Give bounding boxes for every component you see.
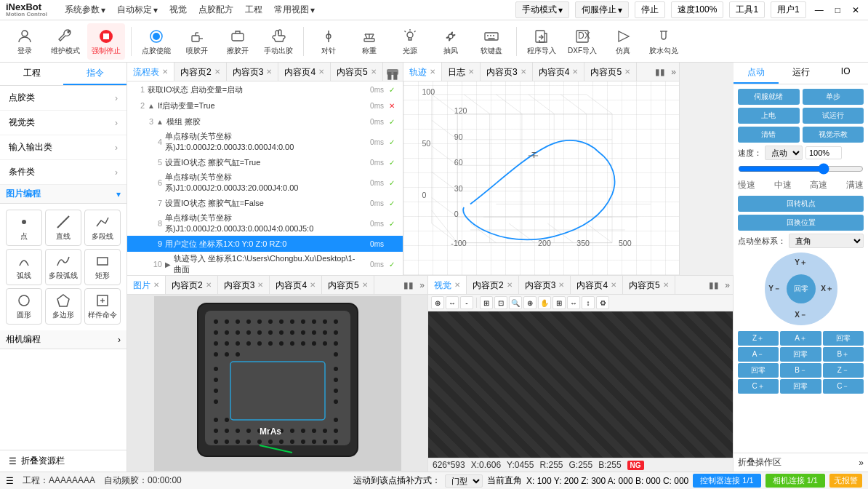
vision-btn-9[interactable]: ⊞ xyxy=(552,296,566,309)
close-icon[interactable]: ✕ xyxy=(206,276,212,295)
tool-login[interactable]: 登录 xyxy=(6,23,44,60)
vision-btn-1[interactable]: ⊕ xyxy=(431,296,444,309)
trial-run-btn[interactable]: 试运行 xyxy=(803,108,864,124)
right-tab-run[interactable]: 运行 xyxy=(779,63,824,84)
sidebar-tab-project[interactable]: 工程 xyxy=(0,63,63,85)
input-method-select[interactable]: 门型 xyxy=(445,474,483,488)
close-icon[interactable]: ✕ xyxy=(257,276,263,295)
icon-btn-sample[interactable]: 样件命令 xyxy=(84,288,121,325)
coord-system-select[interactable]: 直角 xyxy=(789,234,864,248)
close-icon[interactable]: ✕ xyxy=(572,63,578,82)
a-minus-btn[interactable]: A－ xyxy=(738,347,779,362)
sidebar-fold-btn[interactable]: ☰ 折叠资源栏 xyxy=(0,450,126,472)
servo-ready-btn[interactable]: 伺服就绪 xyxy=(738,89,800,105)
icon-btn-circle[interactable]: 圆形 xyxy=(6,288,42,325)
image-tab-main[interactable]: 图片 ✕ xyxy=(127,276,166,295)
return-home-btn[interactable]: 回转机点 xyxy=(738,196,864,212)
close-icon[interactable]: ✕ xyxy=(362,276,368,295)
vision-tab-5[interactable]: 内容页5 ✕ xyxy=(623,276,675,295)
vision-btn-12[interactable]: ⚙ xyxy=(596,296,609,309)
sidebar-section-image[interactable]: 图片编程 ▾ xyxy=(0,185,126,204)
controller-connect-btn[interactable]: 控制器连接 1/1 xyxy=(693,474,760,488)
close-icon[interactable]: ✕ xyxy=(371,63,377,82)
right-tab-io[interactable]: IO xyxy=(823,63,868,84)
tool-glue-enable[interactable]: 点胶使能 xyxy=(137,23,175,60)
b-minus-btn[interactable]: B－ xyxy=(780,363,821,378)
vision-btn-6[interactable]: 🔍 xyxy=(509,296,522,309)
return-pos-btn[interactable]: 回换位置 xyxy=(738,215,864,231)
code-line-10[interactable]: 10 ▶ 轨迹导入 坐标系1C:\Users\Chongbu.Xu\Deskto… xyxy=(127,252,403,275)
sidebar-menu-vision[interactable]: 视觉类 › xyxy=(0,111,126,135)
menu-glue-recipe[interactable]: 点胶配方 xyxy=(198,4,233,16)
vision-btn-4[interactable]: ⊞ xyxy=(480,296,493,309)
tool-keyboard[interactable]: 软键盘 xyxy=(473,23,510,60)
code-tab-5[interactable]: 内容页5 ✕ xyxy=(331,63,383,82)
image-panel-more[interactable]: ▮▮ xyxy=(401,280,417,290)
menu-common-view[interactable]: 常用视图 ▾ xyxy=(274,4,315,16)
tool-program-import[interactable]: 程序导入 xyxy=(523,23,560,60)
jog-y-plus[interactable]: Y＋ xyxy=(792,254,810,271)
window-close[interactable]: ✕ xyxy=(849,5,862,15)
code-line-7[interactable]: 7 设置IO状态 擦胶气缸=False 0ms ✓ xyxy=(127,195,403,211)
icon-btn-polygon[interactable]: 多边形 xyxy=(45,288,81,325)
code-line-9[interactable]: 9 用户定位 坐标系1X:0 Y:0 Z:0 RZ:0 0ms xyxy=(127,236,403,252)
jog-x-minus[interactable]: X－ xyxy=(792,306,810,324)
power-on-btn[interactable]: 上电 xyxy=(738,108,800,124)
vision-tab-3[interactable]: 内容页3 ✕ xyxy=(519,276,571,295)
tool-dxf-import[interactable]: DXF DXF导入 xyxy=(563,23,601,60)
code-line-2[interactable]: 2 ▲ If启动变量=True 0ms ✕ xyxy=(127,98,403,114)
tool-fan[interactable]: 抽风 xyxy=(432,23,470,60)
tool-maintenance[interactable]: 维护模式 xyxy=(47,23,84,60)
code-tab-3[interactable]: 内容页3 ✕ xyxy=(227,63,279,82)
tool-simulate[interactable]: 仿真 xyxy=(604,23,642,60)
close-icon[interactable]: ✕ xyxy=(153,276,159,295)
servo-stop-btn[interactable]: 伺服停止 ▾ xyxy=(575,1,629,18)
icon-btn-dot[interactable]: 点 xyxy=(6,210,42,246)
sidebar-menu-glue[interactable]: 点胶类 › xyxy=(0,86,126,111)
chart-tab-log[interactable]: 日志 ✕ xyxy=(442,63,481,82)
manual-mode-btn[interactable]: 手动模式 ▾ xyxy=(515,1,569,18)
window-min[interactable]: — xyxy=(812,5,827,15)
jog-y-minus[interactable]: Y－ xyxy=(766,280,784,298)
tool-manual-glue[interactable]: 手动出胶 xyxy=(260,23,297,60)
stop-btn[interactable]: 停止 xyxy=(635,1,665,18)
sidebar-tab-command[interactable]: 指令 xyxy=(63,63,126,85)
sidebar-menu-io[interactable]: 输入输出类 › xyxy=(0,135,126,160)
close-icon[interactable]: ✕ xyxy=(624,63,630,82)
speed-mode-select[interactable]: 点动 xyxy=(765,146,803,160)
vision-btn-3[interactable]: - xyxy=(460,296,473,309)
close-icon[interactable]: ✕ xyxy=(454,276,460,295)
tool-btn[interactable]: 工具1 xyxy=(729,1,765,18)
code-line-6[interactable]: 6 单点移动(关节坐标系)J1:0.000J2:0.000J3:20.000J4… xyxy=(127,170,403,195)
code-line-1[interactable]: 1 获取IO状态 启动变量=启动 0ms ✓ xyxy=(127,82,403,98)
chart-tab-4[interactable]: 内容页4 ✕ xyxy=(533,63,585,82)
speed-slider[interactable] xyxy=(738,163,864,175)
vision-btn-5[interactable]: ⊡ xyxy=(494,296,507,309)
menu-auto-calib[interactable]: 自动标定 ▾ xyxy=(117,4,158,16)
menu-project[interactable]: 工程 xyxy=(245,4,262,16)
z-minus-btn[interactable]: Z－ xyxy=(823,363,864,378)
vision-btn-11[interactable]: ↕ xyxy=(582,296,595,309)
c-minus-btn[interactable]: C－ xyxy=(823,379,864,394)
menu-system-params[interactable]: 系统参数 ▾ xyxy=(65,4,105,16)
z-plus-btn[interactable]: Z＋ xyxy=(738,331,779,346)
tool-spray-open[interactable]: 喷胶开 xyxy=(178,23,216,60)
tool-light[interactable]: 光源 xyxy=(391,23,429,60)
chart-panel-more-btn[interactable]: ▮▮ xyxy=(652,67,668,77)
image-tab-2[interactable]: 内容页2 ✕ xyxy=(166,276,218,295)
tool-scale[interactable]: 称重 xyxy=(350,23,388,60)
reset-b-btn[interactable]: 回零 xyxy=(738,363,779,378)
icon-btn-line[interactable]: 直线 xyxy=(45,210,81,246)
close-icon[interactable]: ✕ xyxy=(663,276,669,295)
vision-teach-btn[interactable]: 视觉示教 xyxy=(803,127,864,143)
panel-more-btn[interactable]: ▮▮ xyxy=(383,67,402,77)
image-tab-3[interactable]: 内容页3 ✕ xyxy=(218,276,270,295)
icon-btn-rect[interactable]: 矩形 xyxy=(84,249,121,285)
camera-connect-btn[interactable]: 相机连接 1/1 xyxy=(765,474,825,488)
menu-vision[interactable]: 视觉 xyxy=(169,4,187,16)
close-icon[interactable]: ✕ xyxy=(611,276,616,295)
warning-btn[interactable]: 无报警 xyxy=(829,474,862,488)
vision-btn-10[interactable]: ↔ xyxy=(567,296,580,309)
tool-force-stop[interactable]: 强制停止 xyxy=(87,23,125,60)
close-icon[interactable]: ✕ xyxy=(468,63,474,82)
